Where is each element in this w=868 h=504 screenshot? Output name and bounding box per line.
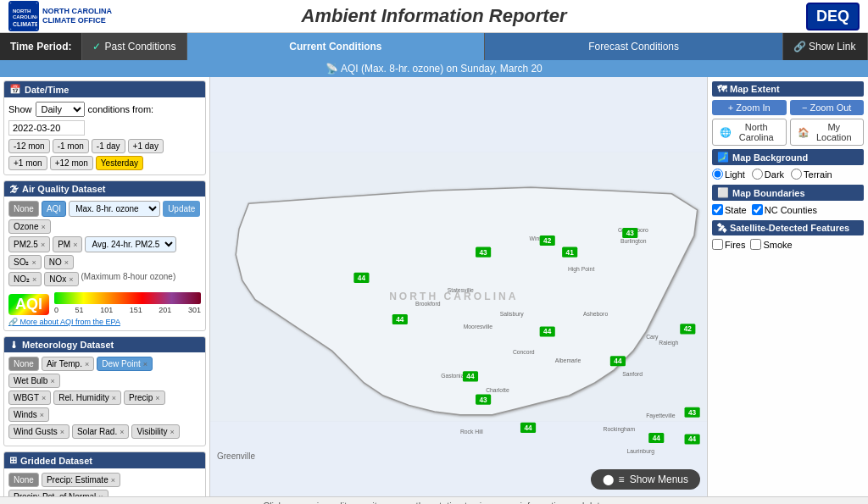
map-bg-header: 🗾 Map Background	[712, 149, 864, 165]
met-none-tag[interactable]: None	[8, 357, 39, 371]
city-raleigh: Raleigh	[659, 340, 678, 346]
aq-nox-tag[interactable]: NOx ×	[44, 272, 78, 286]
fires-checkbox[interactable]	[712, 239, 723, 250]
map-area[interactable]: NORTH CAROLINA Statesville Mooresville S…	[210, 77, 707, 496]
tab-forecast-conditions[interactable]: Forecast Conditions	[485, 33, 783, 60]
svg-text:44: 44	[688, 435, 697, 443]
right-panel: 🗺 Map Extent + Zoom In − Zoom Out 🌐 Nort…	[707, 77, 868, 496]
aq-ozone-select[interactable]: Max. 8-hr. ozone Avg. 24-hr. ozone Avg. …	[69, 201, 160, 217]
svg-text:NORTH: NORTH	[13, 8, 31, 14]
aq-icon: 🌫	[9, 184, 19, 194]
tab-past-conditions[interactable]: ✓ Past Conditions	[82, 33, 186, 60]
met-humidity-tag[interactable]: Rel. Humidity ×	[53, 390, 121, 405]
tab-current-conditions[interactable]: Current Conditions	[187, 33, 486, 60]
nc-climate-icon: NORTH CAROLINA CLIMATE	[8, 1, 39, 31]
minus-1mon-btn[interactable]: -1 mon	[53, 139, 89, 153]
bg-light-label[interactable]: Light	[712, 169, 745, 180]
smoke-checkbox[interactable]	[750, 239, 761, 250]
met-solarrad-tag[interactable]: Solar Rad. ×	[72, 424, 130, 439]
aq-row3: NO₂ × NOx × (Maximum 8-hour ozone)	[8, 272, 201, 286]
grid-row1: None Precip: Estimate ×	[8, 473, 201, 487]
svg-text:44: 44	[524, 424, 532, 432]
nc-btn[interactable]: 🌐 North Carolina	[712, 119, 787, 146]
aq-update-btn[interactable]: Update	[163, 201, 200, 217]
aq-aqi-tag[interactable]: AQI	[42, 201, 66, 217]
met-visibility-tag[interactable]: Visibility ×	[131, 424, 179, 439]
smoke-cb-label[interactable]: Smoke	[750, 239, 792, 250]
boundaries-cb-row: State NC Counties	[712, 204, 864, 215]
date-input[interactable]	[8, 120, 85, 136]
aqi-gradient	[54, 292, 201, 304]
minus-1day-btn[interactable]: -1 day	[92, 139, 125, 153]
city-concord: Concord	[513, 349, 535, 355]
frequency-select[interactable]: Daily Hourly	[36, 102, 85, 117]
city-asheboro: Asheboro	[583, 311, 608, 317]
bg-dark-label[interactable]: Dark	[752, 169, 784, 180]
plus-icon: +	[728, 102, 733, 113]
bg-dark-radio[interactable]	[752, 169, 763, 180]
logo-left: NORTH CAROLINA CLIMATE NORTH CAROLINACLI…	[8, 1, 112, 31]
svg-text:44: 44	[396, 315, 404, 324]
grid-precip-pct-tag[interactable]: Precip: Pct. of Normal ×	[8, 490, 108, 496]
aq-pm-tag[interactable]: PM ×	[53, 236, 82, 252]
met-airtemp-tag[interactable]: Air Temp. ×	[42, 357, 94, 371]
minus-12mon-btn[interactable]: -12 mon	[8, 139, 50, 153]
bg-terrain-label[interactable]: Terrain	[791, 169, 832, 180]
grid-precip-tag[interactable]: Precip: Estimate ×	[42, 473, 120, 487]
grid-none-tag[interactable]: None	[8, 473, 39, 487]
aq-pm25-select[interactable]: Avg. 24-hr. PM2.5	[85, 236, 176, 252]
met-winds-tag[interactable]: Winds ×	[8, 407, 49, 422]
met-precip-tag[interactable]: Precip ×	[124, 390, 165, 405]
zoom-out-btn[interactable]: − Zoom Out	[790, 100, 865, 115]
yesterday-btn[interactable]: Yesterday	[96, 156, 143, 170]
state-checkbox[interactable]	[712, 204, 723, 215]
aq-row1: None AQI Max. 8-hr. ozone Avg. 24-hr. oz…	[8, 201, 201, 234]
meteorology-section: 🌡 Meteorology Dataset None Air Temp. × D…	[3, 336, 206, 446]
met-dewpoint-tag[interactable]: Dew Point ×	[97, 357, 153, 371]
met-row1: None Air Temp. × Dew Point × Wet Bulb ×	[8, 357, 201, 388]
aq-so2-tag[interactable]: SO₂ ×	[8, 255, 42, 269]
plus-1mon-btn[interactable]: +1 mon	[8, 156, 47, 170]
minus-icon: −	[802, 102, 807, 113]
met-wetbulb-tag[interactable]: Wet Bulb ×	[8, 374, 60, 388]
aq-pm25-tag[interactable]: PM2.5 ×	[8, 236, 50, 252]
city-greenville-label: Greenville	[217, 451, 255, 461]
svg-text:42: 42	[543, 236, 552, 245]
met-body: None Air Temp. × Dew Point × Wet Bulb × …	[4, 352, 205, 446]
onmap-text: 📡 AQI (Max. 8-hr. ozone) on Sunday, Marc…	[326, 63, 542, 75]
svg-text:44: 44	[543, 327, 552, 335]
bg-terrain-radio[interactable]	[791, 169, 802, 180]
show-menus-btn[interactable]: ⬤ ≡ Show Menus	[591, 469, 700, 490]
fires-cb-label[interactable]: Fires	[712, 239, 745, 250]
met-row2: WBGT × Rel. Humidity × Precip × Winds ×	[8, 390, 201, 422]
nc-counties-cb-label[interactable]: NC Counties	[752, 204, 817, 215]
menu-icon: ≡	[619, 474, 625, 485]
city-fayetteville: Fayetteville	[646, 413, 676, 420]
bg-radio-row: Light Dark Terrain	[712, 169, 864, 180]
state-cb-label[interactable]: State	[712, 204, 747, 215]
location-btn-row: 🌐 North Carolina 🏠 My Location	[712, 119, 864, 146]
met-windgusts-tag[interactable]: Wind Gusts ×	[8, 424, 70, 439]
aqi-more-link[interactable]: 🔗 More about AQI from the EPA	[8, 318, 201, 326]
aq-ozone-tag[interactable]: Ozone ×	[8, 219, 51, 234]
svg-text:44: 44	[358, 274, 366, 282]
bottom-bar: Click on an air quality monitor or weath…	[0, 496, 868, 504]
city-burlington: Burlington	[620, 238, 647, 245]
my-location-btn[interactable]: 🏠 My Location	[790, 119, 865, 146]
bg-light-radio[interactable]	[712, 169, 723, 180]
plus-1day-btn[interactable]: +1 day	[128, 139, 164, 153]
tab-show-link[interactable]: 🔗 Show Link	[783, 33, 868, 60]
plus-12mon-btn[interactable]: +12 mon	[50, 156, 93, 170]
air-quality-section: 🌫 Air Quality Dataset None AQI Max. 8-hr…	[3, 180, 206, 331]
tab-bar: Time Period: ✓ Past Conditions Current C…	[0, 33, 868, 60]
nc-counties-checkbox[interactable]	[752, 204, 763, 215]
aq-none-tag[interactable]: None	[8, 201, 39, 217]
gridded-section: ⊞ Gridded Dataset None Precip: Estimate …	[3, 451, 206, 496]
met-wbgt-tag[interactable]: WBGT ×	[8, 390, 51, 405]
zoom-in-btn[interactable]: + Zoom In	[712, 100, 787, 115]
svg-text:43: 43	[479, 396, 487, 404]
bg-icon: 🗾	[717, 152, 729, 163]
aq-no-tag[interactable]: NO ×	[44, 255, 74, 269]
main-content: 📅 Date/Time Show Daily Hourly conditions…	[0, 77, 868, 496]
aq-no2-tag[interactable]: NO₂ ×	[8, 272, 42, 286]
